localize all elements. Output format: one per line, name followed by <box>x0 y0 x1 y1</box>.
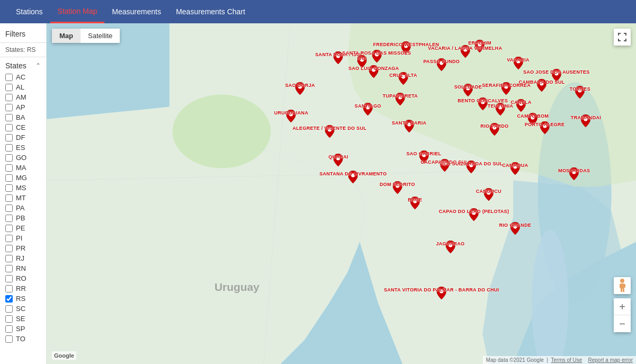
state-item-mg[interactable]: MG <box>0 173 46 183</box>
state-item-pi[interactable]: PI <box>0 233 46 243</box>
map-pin[interactable] <box>295 82 305 96</box>
state-item-mt[interactable]: MT <box>0 193 46 203</box>
terms-link[interactable]: Terms of Use <box>551 357 582 363</box>
map-pin[interactable] <box>537 79 546 93</box>
state-checkbox-pe[interactable] <box>5 225 13 232</box>
state-checkbox-mg[interactable] <box>5 174 13 182</box>
map-pin[interactable] <box>514 57 523 71</box>
state-item-ro[interactable]: RO <box>0 273 46 283</box>
map-pin[interactable] <box>516 99 526 113</box>
state-checkbox-ap[interactable] <box>5 104 13 111</box>
state-checkbox-pa[interactable] <box>5 205 13 212</box>
map-pin[interactable] <box>348 171 358 185</box>
map-pin[interactable] <box>399 72 408 86</box>
state-checkbox-ce[interactable] <box>5 124 13 131</box>
map-pin[interactable] <box>333 51 343 66</box>
map-pin[interactable] <box>437 58 446 73</box>
state-checkbox-ac[interactable] <box>5 74 13 81</box>
state-checkbox-ro[interactable] <box>5 275 13 282</box>
state-item-rr[interactable]: RR <box>0 283 46 294</box>
map-pin[interactable] <box>475 40 484 54</box>
state-item-sc[interactable]: SC <box>0 304 46 314</box>
state-item-to[interactable]: TO <box>0 334 46 344</box>
map-pin[interactable] <box>466 161 476 175</box>
state-checkbox-ms[interactable] <box>5 184 13 192</box>
state-checkbox-sp[interactable] <box>5 325 13 333</box>
state-item-pa[interactable]: PA <box>0 203 46 213</box>
map-pin[interactable] <box>325 125 334 139</box>
state-item-ac[interactable]: AC <box>0 72 46 82</box>
state-checkbox-pb[interactable] <box>5 215 13 222</box>
nav-measurements-chart[interactable]: Measurements Chart <box>169 0 253 23</box>
nav-stations[interactable]: Stations <box>8 0 50 23</box>
state-checkbox-es[interactable] <box>5 144 13 152</box>
map-pin[interactable] <box>393 181 402 196</box>
state-item-se[interactable]: SE <box>0 314 46 324</box>
map-pin[interactable] <box>540 121 550 136</box>
map-pin[interactable] <box>401 41 411 56</box>
state-item-rj[interactable]: RJ <box>0 253 46 263</box>
map-pin[interactable] <box>286 110 296 124</box>
map-pin[interactable] <box>510 162 520 176</box>
nav-measurements[interactable]: Measurements <box>104 0 169 23</box>
state-checkbox-pr[interactable] <box>5 245 13 252</box>
map-pin[interactable] <box>363 103 373 117</box>
state-item-ce[interactable]: CE <box>0 122 46 132</box>
state-item-rs[interactable]: RS <box>0 294 46 304</box>
nav-station-map[interactable]: Station Map <box>50 0 105 23</box>
map-pin[interactable] <box>463 84 473 98</box>
map-pin[interactable] <box>484 188 493 202</box>
state-checkbox-ba[interactable] <box>5 114 13 121</box>
state-checkbox-sc[interactable] <box>5 305 13 313</box>
state-checkbox-se[interactable] <box>5 315 13 323</box>
state-item-sp[interactable]: SP <box>0 324 46 334</box>
state-checkbox-al[interactable] <box>5 84 13 91</box>
zoom-in-button[interactable]: + <box>614 298 631 315</box>
state-item-ap[interactable]: AP <box>0 102 46 112</box>
state-item-pe[interactable]: PE <box>0 223 46 233</box>
state-item-ms[interactable]: MS <box>0 183 46 193</box>
state-checkbox-am[interactable] <box>5 94 13 101</box>
map-pin[interactable] <box>528 113 537 127</box>
map-pin[interactable] <box>490 123 499 137</box>
state-checkbox-go[interactable] <box>5 154 13 162</box>
state-item-es[interactable]: ES <box>0 143 46 153</box>
state-checkbox-rj[interactable] <box>5 255 13 262</box>
states-section-header[interactable]: States ⌃ <box>0 57 46 72</box>
state-checkbox-rr[interactable] <box>5 285 13 292</box>
state-item-am[interactable]: AM <box>0 92 46 102</box>
map-pin[interactable] <box>404 120 414 134</box>
state-checkbox-ma[interactable] <box>5 164 13 172</box>
map-pin[interactable] <box>446 241 455 255</box>
map-pin[interactable] <box>510 222 520 236</box>
map-pin[interactable] <box>372 50 382 64</box>
state-item-pr[interactable]: PR <box>0 243 46 253</box>
zoom-out-button[interactable]: − <box>614 315 631 332</box>
state-item-al[interactable]: AL <box>0 82 46 92</box>
satellite-button[interactable]: Satellite <box>81 29 120 43</box>
map-pin[interactable] <box>333 154 343 168</box>
map-pin[interactable] <box>496 103 505 117</box>
state-checkbox-rs[interactable] <box>5 295 13 303</box>
map-pin[interactable] <box>419 150 429 165</box>
report-link[interactable]: Report a map error <box>588 357 633 363</box>
map-pin[interactable] <box>437 287 446 301</box>
map-pin[interactable] <box>410 197 420 211</box>
map-pin[interactable] <box>461 45 470 59</box>
state-item-ma[interactable]: MA <box>0 163 46 173</box>
map-pin[interactable] <box>569 167 579 182</box>
map-pin[interactable] <box>552 69 561 83</box>
map-pin[interactable] <box>469 208 479 223</box>
map-pin[interactable] <box>369 65 378 79</box>
map-pin[interactable] <box>478 97 488 112</box>
state-item-df[interactable]: DF <box>0 132 46 143</box>
fullscreen-button[interactable] <box>614 29 631 46</box>
state-item-go[interactable]: GO <box>0 153 46 163</box>
state-checkbox-mt[interactable] <box>5 194 13 202</box>
state-item-pb[interactable]: PB <box>0 213 46 223</box>
map-pin[interactable] <box>581 114 590 129</box>
state-checkbox-rn[interactable] <box>5 265 13 272</box>
state-checkbox-df[interactable] <box>5 134 13 141</box>
state-checkbox-pi[interactable] <box>5 235 13 242</box>
map-pin[interactable] <box>575 86 585 100</box>
